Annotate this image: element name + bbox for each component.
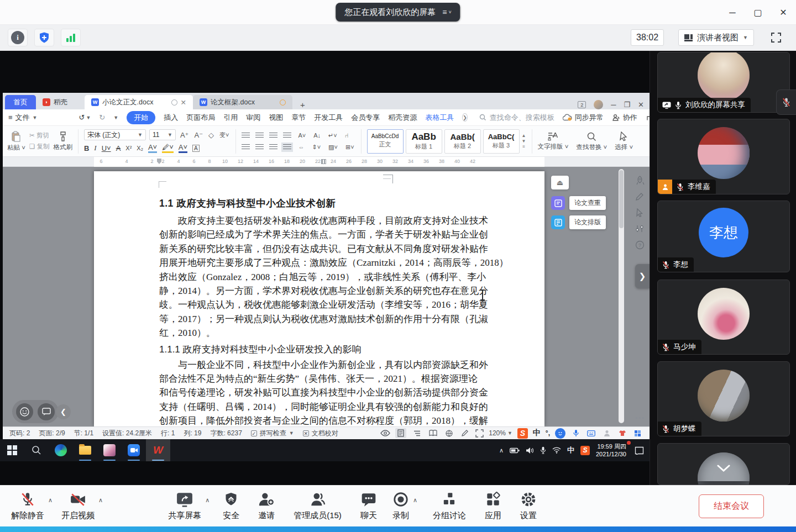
account-person-icon[interactable] (601, 428, 612, 439)
clear-format-icon[interactable]: ◇ (207, 131, 215, 139)
network-quality-button[interactable] (61, 29, 81, 46)
mic-options-chevron[interactable]: ∧ (48, 497, 53, 504)
battery-icon[interactable] (510, 447, 520, 454)
outline-view-icon[interactable] (411, 428, 422, 438)
start-video-button[interactable]: 开启视频 (61, 491, 95, 521)
account-avatar[interactable] (594, 100, 603, 109)
chat-button[interactable]: 聊天 (360, 491, 377, 521)
expand-panel-handle[interactable]: ❯ (635, 264, 650, 288)
speaker-icon[interactable] (526, 447, 534, 454)
tab-docer[interactable]: ◗ 稻壳 (36, 95, 85, 109)
close-tab-icon[interactable]: ✕ (181, 98, 186, 107)
redo-icon[interactable]: ↻ (99, 113, 105, 122)
menu-items[interactable]: 插入页面布局引用审阅视图章节开发工具会员专享稻壳资源 (164, 113, 417, 123)
select-cursor-icon[interactable] (636, 208, 644, 217)
phonetic-icon[interactable]: 变˅ (218, 131, 230, 139)
ime-punct-icon[interactable]: °, (546, 429, 550, 437)
highlight-button[interactable]: 🖉˅ (162, 143, 174, 153)
maximize-button[interactable]: ▢ (745, 0, 771, 25)
taskbar-wps-icon[interactable]: W (146, 439, 170, 461)
tab-home[interactable]: 首页 (5, 95, 36, 109)
fit-page-icon[interactable] (475, 429, 484, 438)
sogou-logo-icon[interactable]: S (517, 428, 528, 439)
distribute-icon[interactable]: ⇔ (297, 144, 305, 150)
emoji-icon[interactable] (555, 428, 565, 439)
chevron-down-icon[interactable] (716, 465, 731, 472)
style-normal[interactable]: AaBbCcDd 正文 (367, 129, 404, 154)
eye-protection-icon[interactable] (380, 430, 390, 436)
paragraph-mark-icon[interactable]: ↵˅ (327, 132, 338, 139)
document-canvas[interactable]: 1.1 政府支持与科技型中小企业技术创新 政府支持主要包括研发补贴和税收优惠两种… (3, 167, 650, 426)
end-meeting-button[interactable]: 结束会议 (699, 494, 764, 518)
wps-close-icon[interactable]: ✕ (638, 101, 644, 109)
justify-icon[interactable] (283, 144, 291, 150)
unmute-button[interactable]: 解除静音 (11, 491, 44, 521)
page-view-icon[interactable] (395, 428, 406, 438)
participant-tile[interactable]: 马少坤 (657, 280, 790, 355)
underline-button[interactable]: U˅ (102, 144, 111, 152)
settings-button[interactable]: 设置 (520, 491, 537, 521)
menu-home[interactable]: 开始 (127, 111, 155, 124)
more-chevron-icon[interactable]: ▼ (113, 115, 118, 120)
skin-tshirt-icon[interactable] (617, 428, 627, 439)
undo-icon[interactable]: ↺ (79, 113, 85, 122)
book-view-icon[interactable] (427, 428, 438, 438)
minimize-button[interactable]: ─ (720, 0, 745, 25)
bold-button[interactable]: B (84, 144, 89, 152)
banner-menu-icon[interactable]: ≡˅ (442, 8, 451, 17)
strike-button[interactable]: A (116, 144, 121, 152)
styles-more-icon[interactable]: ≡ (522, 144, 525, 149)
tray-mic-icon[interactable] (540, 446, 546, 454)
asian-layout-icon[interactable]: A˅ (297, 132, 307, 139)
sort-icon[interactable]: A↓ (312, 132, 322, 139)
file-menu[interactable]: ≡文件▼ (8, 113, 38, 123)
text-effects-button[interactable]: A˅ (148, 143, 157, 153)
start-button[interactable] (0, 439, 24, 461)
paste-button[interactable]: 粘贴 ˅ (7, 131, 25, 152)
participant-tile[interactable]: 胡梦蝶 (657, 361, 790, 436)
voice-input-icon[interactable] (570, 428, 581, 439)
styles-down-icon[interactable]: ▼ (522, 139, 526, 144)
horizontal-ruler[interactable]: 642 246810121416182022242628303234363840… (3, 157, 650, 167)
wps-minimize-icon[interactable]: ─ (611, 101, 616, 109)
share-screen-button[interactable]: 共享屏幕 (168, 491, 201, 521)
subscript-button[interactable]: X₂ (137, 145, 143, 151)
record-options-chevron[interactable]: ∧ (413, 497, 417, 504)
font-name-select[interactable]: 宋体 (正文)▼ (84, 129, 146, 140)
select-button[interactable]: 选择 ˅ (615, 131, 633, 151)
paper-check-button[interactable]: 论文查重 (551, 196, 612, 210)
soft-keyboard-icon[interactable] (586, 428, 596, 439)
align-right-icon[interactable] (269, 144, 277, 150)
quick-chat-button[interactable] (38, 403, 55, 420)
copy-button[interactable]: ❏ 复制 (29, 143, 50, 151)
security-button[interactable]: 安全 (223, 491, 239, 521)
paper-layout-button[interactable]: 论文排版 (551, 215, 612, 229)
new-tab-button[interactable]: + (292, 100, 313, 109)
apps-button[interactable]: 应用 (485, 491, 501, 521)
font-color-button[interactable]: A˅ (179, 143, 187, 153)
collapse-panel-icon[interactable]: ⏏ (551, 176, 569, 189)
grow-font-icon[interactable]: A⁺ (179, 131, 190, 139)
breakout-rooms-button[interactable]: 分组讨论 (433, 491, 466, 521)
font-size-select[interactable]: 11▼ (149, 129, 176, 140)
wps-restore-icon[interactable]: ❐ (624, 101, 630, 109)
align-left-icon[interactable] (242, 144, 250, 150)
italic-button[interactable]: I (94, 144, 96, 152)
close-button[interactable]: ✕ (771, 0, 796, 25)
decrease-indent-icon[interactable] (269, 133, 277, 139)
fullscreen-icon[interactable] (771, 32, 782, 43)
tab-document-2[interactable]: W 论文框架.docx (193, 95, 292, 109)
shading-icon[interactable]: ▨˅ (327, 144, 339, 151)
align-center-icon[interactable] (255, 144, 264, 150)
sync-status[interactable]: 同步异常 (563, 113, 604, 123)
participant-tile-partial[interactable] (657, 443, 790, 485)
numbered-list-icon[interactable] (255, 133, 264, 139)
document-page[interactable]: 1.1 政府支持与科技型中小企业技术创新 政府支持主要包括研发补贴和税收优惠两种… (94, 171, 544, 426)
collaborate-button[interactable]: 协作 (612, 113, 637, 123)
help-icon[interactable]: ? (635, 240, 645, 250)
sogou-tools-grid-icon[interactable] (632, 428, 643, 439)
zoom-level[interactable]: 120%▼ (489, 429, 512, 437)
style-heading2[interactable]: AaBb( 标题 2 (444, 129, 481, 154)
superscript-button[interactable]: X² (125, 145, 132, 151)
record-button[interactable]: 录制 (392, 491, 409, 521)
